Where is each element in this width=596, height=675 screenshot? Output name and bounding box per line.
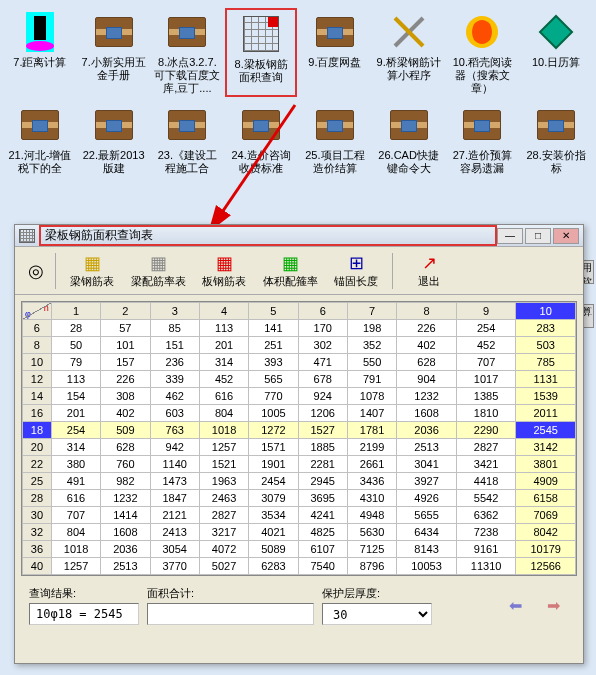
row-header[interactable]: 14	[23, 388, 52, 405]
table-cell[interactable]: 314	[199, 354, 248, 371]
table-cell[interactable]: 904	[397, 371, 457, 388]
table-cell[interactable]: 1847	[150, 490, 199, 507]
table-cell[interactable]: 402	[397, 337, 457, 354]
table-cell[interactable]: 791	[347, 371, 396, 388]
table-cell[interactable]: 1078	[347, 388, 396, 405]
table-cell[interactable]: 170	[298, 320, 347, 337]
table-cell[interactable]: 6434	[397, 524, 457, 541]
table-cell[interactable]: 5027	[199, 558, 248, 575]
table-cell[interactable]: 1272	[249, 422, 298, 439]
table-cell[interactable]: 402	[101, 405, 150, 422]
table-cell[interactable]: 7125	[347, 541, 396, 558]
desktop-icon-row1-7[interactable]: 10.日历算	[520, 8, 592, 97]
table-cell[interactable]: 3041	[397, 456, 457, 473]
maximize-button[interactable]: □	[525, 228, 551, 244]
table-cell[interactable]: 5655	[397, 507, 457, 524]
table-cell[interactable]: 1571	[249, 439, 298, 456]
table-cell[interactable]: 2661	[347, 456, 396, 473]
table-cell[interactable]: 2513	[101, 558, 150, 575]
table-cell[interactable]: 1017	[456, 371, 516, 388]
table-cell[interactable]: 251	[249, 337, 298, 354]
table-cell[interactable]: 1781	[347, 422, 396, 439]
table-cell[interactable]: 4241	[298, 507, 347, 524]
table-cell[interactable]: 3217	[199, 524, 248, 541]
table-cell[interactable]: 283	[516, 320, 576, 337]
col-header[interactable]: 3	[150, 303, 199, 320]
col-header[interactable]: 7	[347, 303, 396, 320]
next-button[interactable]: ➡	[537, 596, 569, 616]
desktop-icon-row1-5[interactable]: 9.桥梁钢筋计算小程序	[373, 8, 445, 97]
table-cell[interactable]: 8042	[516, 524, 576, 541]
table-cell[interactable]: 380	[51, 456, 100, 473]
table-cell[interactable]: 308	[101, 388, 150, 405]
table-cell[interactable]: 5630	[347, 524, 396, 541]
table-cell[interactable]: 7238	[456, 524, 516, 541]
table-cell[interactable]: 7069	[516, 507, 576, 524]
table-cell[interactable]: 1473	[150, 473, 199, 490]
table-cell[interactable]: 550	[347, 354, 396, 371]
table-cell[interactable]: 113	[51, 371, 100, 388]
col-header[interactable]: 4	[199, 303, 248, 320]
table-cell[interactable]: 2413	[150, 524, 199, 541]
table-cell[interactable]: 236	[150, 354, 199, 371]
table-cell[interactable]: 3421	[456, 456, 516, 473]
table-cell[interactable]: 2463	[199, 490, 248, 507]
table-cell[interactable]: 393	[249, 354, 298, 371]
table-cell[interactable]: 198	[347, 320, 396, 337]
table-cell[interactable]: 2121	[150, 507, 199, 524]
table-cell[interactable]: 6107	[298, 541, 347, 558]
table-cell[interactable]: 226	[397, 320, 457, 337]
desktop-icon-row1-6[interactable]: 10.稻壳阅读器（搜索文章）	[447, 8, 519, 97]
table-cell[interactable]: 1527	[298, 422, 347, 439]
table-cell[interactable]: 707	[51, 507, 100, 524]
table-cell[interactable]: 1414	[101, 507, 150, 524]
table-cell[interactable]: 3801	[516, 456, 576, 473]
table-cell[interactable]: 1385	[456, 388, 516, 405]
row-header[interactable]: 28	[23, 490, 52, 507]
col-header[interactable]: 6	[298, 303, 347, 320]
table-cell[interactable]: 452	[456, 337, 516, 354]
table-cell[interactable]: 565	[249, 371, 298, 388]
col-header[interactable]: 10	[516, 303, 576, 320]
table-cell[interactable]: 2036	[397, 422, 457, 439]
table-cell[interactable]: 509	[101, 422, 150, 439]
table-cell[interactable]: 616	[199, 388, 248, 405]
col-header[interactable]: 5	[249, 303, 298, 320]
table-cell[interactable]: 8796	[347, 558, 396, 575]
table-cell[interactable]: 157	[101, 354, 150, 371]
col-header[interactable]: 2	[101, 303, 150, 320]
table-cell[interactable]: 1257	[51, 558, 100, 575]
table-cell[interactable]: 4909	[516, 473, 576, 490]
table-cell[interactable]: 804	[199, 405, 248, 422]
desktop-icon-row1-0[interactable]: 7.距离计算	[4, 8, 76, 97]
table-cell[interactable]: 1018	[51, 541, 100, 558]
table-cell[interactable]: 2945	[298, 473, 347, 490]
table-cell[interactable]: 4825	[298, 524, 347, 541]
row-header[interactable]: 18	[23, 422, 52, 439]
table-cell[interactable]: 2513	[397, 439, 457, 456]
table-cell[interactable]: 352	[347, 337, 396, 354]
desktop-icon-row2-5[interactable]: 26.CAD快捷键命令大	[373, 101, 445, 177]
tool-exit[interactable]: ↗退出	[397, 250, 461, 292]
prev-button[interactable]: ⬅	[499, 596, 531, 616]
table-cell[interactable]: 10179	[516, 541, 576, 558]
data-table[interactable]: nφ12345678910628578511314117019822625428…	[22, 302, 576, 575]
table-cell[interactable]: 1257	[199, 439, 248, 456]
table-cell[interactable]: 2545	[516, 422, 576, 439]
table-cell[interactable]: 785	[516, 354, 576, 371]
desktop-icon-row1-3[interactable]: 8.梁板钢筋面积查询	[225, 8, 297, 97]
table-cell[interactable]: 763	[150, 422, 199, 439]
table-cell[interactable]: 201	[199, 337, 248, 354]
table-cell[interactable]: 2036	[101, 541, 150, 558]
titlebar[interactable]: 梁板钢筋面积查询表 — □ ✕	[15, 225, 583, 247]
table-cell[interactable]: 10053	[397, 558, 457, 575]
table-cell[interactable]: 201	[51, 405, 100, 422]
table-cell[interactable]: 3436	[347, 473, 396, 490]
col-header[interactable]: 8	[397, 303, 457, 320]
row-header[interactable]: 16	[23, 405, 52, 422]
table-cell[interactable]: 3054	[150, 541, 199, 558]
table-cell[interactable]: 1885	[298, 439, 347, 456]
table-cell[interactable]: 2281	[298, 456, 347, 473]
desktop-icon-row2-6[interactable]: 27.造价预算容易遗漏	[447, 101, 519, 177]
table-cell[interactable]: 11310	[456, 558, 516, 575]
